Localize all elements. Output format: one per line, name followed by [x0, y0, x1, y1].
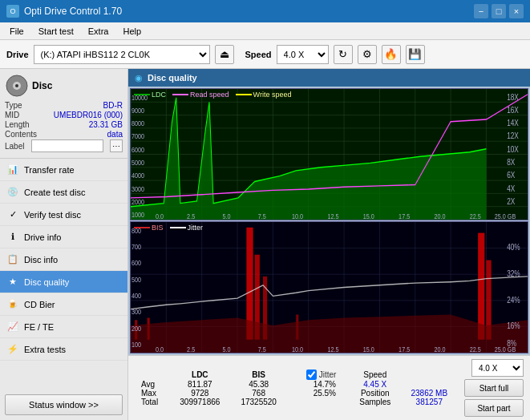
svg-text:12.5: 12.5 [327, 345, 338, 353]
sidebar-item-transfer-rate[interactable]: 📊 Transfer rate [0, 159, 127, 181]
disc-section: Disc Type BD-R MID UMEBDR016 (000) Lengt… [0, 69, 127, 159]
sidebar-item-fe-te[interactable]: 📈 FE / TE [0, 316, 127, 338]
jitter-label-text: Jitter [319, 370, 337, 379]
start-part-button[interactable]: Start part [464, 399, 524, 417]
label-label: Label [5, 142, 24, 151]
type-value: BD-R [103, 101, 123, 110]
sidebar-item-cd-bier[interactable]: 🍺 CD Bier [0, 293, 127, 316]
sidebar-item-disc-quality[interactable]: ★ Disc quality [0, 271, 127, 293]
svg-text:25.0 GB: 25.0 GB [495, 345, 516, 353]
stats-table: LDC BIS Jitter Spee [135, 370, 458, 406]
disc-contents-row: Contents data [5, 130, 123, 139]
minimize-button[interactable]: − [474, 4, 488, 18]
legend-ldc: LDC [134, 91, 166, 99]
sidebar-item-cd-bier-label: CD Bier [24, 300, 55, 309]
app-title: Opti Drive Control 1.70 [24, 6, 122, 17]
contents-label: Contents [5, 130, 37, 139]
sidebar-item-drive-info[interactable]: ℹ Drive info [0, 226, 127, 248]
mid-value: UMEBDR016 (000) [54, 111, 123, 119]
legend-jitter: Jitter [170, 224, 204, 232]
drive-select[interactable]: (K:) ATAPI iHBS112 2 CL0K [34, 45, 210, 64]
max-bis: 768 [231, 389, 287, 398]
svg-text:9000: 9000 [131, 106, 144, 115]
svg-text:40%: 40% [507, 242, 520, 252]
svg-text:7000: 7000 [131, 131, 144, 140]
sidebar-item-disc-info[interactable]: 📋 Disc info [0, 248, 127, 271]
menu-start-test[interactable]: Start test [32, 25, 80, 38]
extra-tests-icon: ⚡ [6, 343, 19, 356]
svg-text:600: 600 [131, 258, 141, 267]
svg-text:5.0: 5.0 [222, 212, 230, 220]
max-ldc: 9728 [169, 389, 231, 398]
legend-read-speed: Read speed [172, 91, 229, 99]
verify-test-disc-icon: ✓ [6, 208, 19, 221]
svg-text:17.5: 17.5 [399, 345, 410, 353]
transfer-rate-icon: 📊 [6, 164, 19, 176]
samples-label: Samples [350, 398, 401, 406]
bottom-chart: BIS Jitter [130, 221, 528, 353]
menu-help[interactable]: Help [116, 25, 148, 38]
legend-bis: BIS [134, 224, 164, 232]
svg-text:7.5: 7.5 [258, 212, 266, 220]
save-button[interactable]: 💾 [406, 45, 425, 64]
svg-text:1000: 1000 [131, 210, 144, 219]
chart-header: ◉ Disc quality [128, 69, 530, 87]
disc-type-row: Type BD-R [5, 101, 123, 110]
bottom-chart-svg: 40% 32% 24% 16% 8% 800 700 600 500 400 3… [131, 222, 528, 353]
svg-text:0.0: 0.0 [156, 345, 164, 353]
stats-area: LDC BIS Jitter Spee [128, 355, 530, 420]
svg-text:2X: 2X [507, 196, 516, 206]
top-chart-svg: 18X 16X 14X 12X 10X 8X 6X 4X 2X 10000 90… [131, 89, 528, 220]
speed-select-stats[interactable]: 4.0 X [471, 359, 524, 377]
menubar: File Start test Extra Help [0, 22, 530, 40]
chart-title: Disc quality [148, 73, 197, 83]
fe-te-icon: 📈 [6, 321, 19, 333]
svg-text:32%: 32% [507, 269, 520, 278]
svg-text:0.0: 0.0 [156, 212, 164, 220]
speed-select[interactable]: 4.0 X 1.0 X 2.0 X 8.0 X [277, 45, 329, 64]
close-button[interactable]: × [509, 4, 524, 18]
refresh-button[interactable]: ↻ [334, 45, 353, 64]
sidebar-item-verify-test-disc[interactable]: ✓ Verify test disc [0, 204, 127, 226]
content-area: ◉ Disc quality LDC Read speed [128, 69, 530, 420]
svg-text:300: 300 [131, 307, 141, 316]
svg-text:15.0: 15.0 [363, 212, 374, 220]
svg-text:22.5: 22.5 [470, 212, 481, 220]
position-label: Position [350, 389, 401, 398]
type-label: Type [5, 101, 22, 110]
sidebar-item-extra-tests[interactable]: ⚡ Extra tests [0, 338, 127, 361]
sidebar-item-transfer-rate-label: Transfer rate [24, 165, 75, 175]
label-btn[interactable]: ⋯ [110, 139, 123, 152]
eject-button[interactable]: ⏏ [215, 45, 234, 64]
cd-bier-icon: 🍺 [6, 298, 19, 311]
status-window-button[interactable]: Status window >> [5, 394, 123, 415]
disc-info-icon: 📋 [6, 253, 19, 266]
disc-icon [5, 74, 29, 98]
read-speed-color [172, 94, 188, 95]
jitter-label: Jitter [188, 224, 204, 232]
legend-write-speed: Write speed [236, 91, 292, 99]
svg-text:16%: 16% [507, 321, 520, 330]
svg-text:10X: 10X [507, 144, 519, 154]
menu-file[interactable]: File [3, 25, 30, 38]
total-bis: 17325520 [231, 398, 287, 406]
menu-extra[interactable]: Extra [82, 25, 115, 38]
svg-text:6000: 6000 [131, 145, 144, 154]
svg-text:22.5: 22.5 [470, 345, 481, 353]
main-area: Disc Type BD-R MID UMEBDR016 (000) Lengt… [0, 69, 530, 420]
jitter-checkbox[interactable] [306, 370, 317, 380]
ldc-color [134, 94, 150, 95]
label-input[interactable] [31, 139, 103, 152]
settings-button[interactable]: ⚙ [358, 45, 377, 64]
sidebar: Disc Type BD-R MID UMEBDR016 (000) Lengt… [0, 69, 128, 420]
svg-text:100: 100 [131, 340, 141, 349]
start-full-button[interactable]: Start full [464, 379, 524, 397]
sidebar-item-create-test-disc[interactable]: 💿 Create test disc [0, 181, 127, 204]
drive-label: Drive [6, 50, 29, 59]
svg-text:700: 700 [131, 242, 141, 251]
toolbar: Drive (K:) ATAPI iHBS112 2 CL0K ⏏ Speed … [0, 40, 530, 69]
window-controls: − □ × [474, 4, 524, 18]
burn-button[interactable]: 🔥 [382, 45, 401, 64]
svg-text:10.0: 10.0 [292, 212, 303, 220]
maximize-button[interactable]: □ [492, 4, 506, 18]
